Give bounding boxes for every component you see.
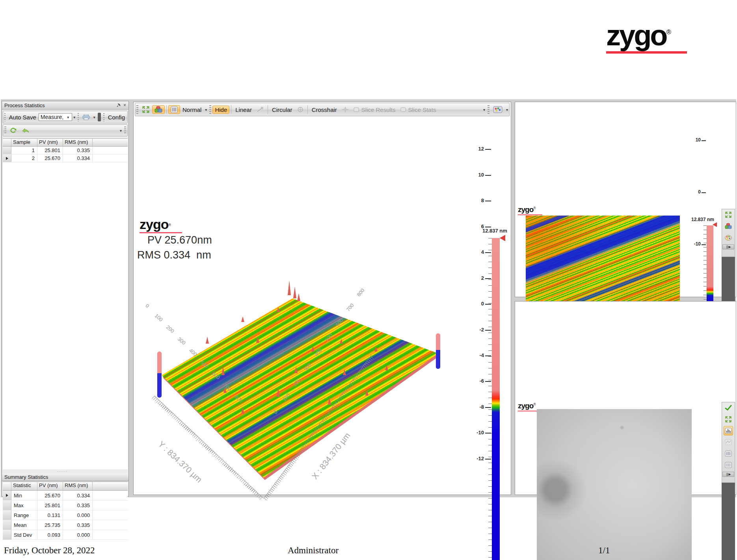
- map-colorbar-max-label: 12.837 nm: [691, 217, 714, 222]
- column-header[interactable]: Sample: [11, 139, 37, 146]
- column-header[interactable]: RMS (nm): [63, 482, 93, 490]
- process-table-header[interactable]: Sample PV (nm) RMS (nm): [3, 138, 128, 147]
- circular-slice-button[interactable]: Circular: [270, 106, 295, 114]
- accept-button[interactable]: [724, 403, 733, 413]
- collapse-strip-button[interactable]: ❙▶: [722, 244, 734, 249]
- slice-results-label: Slice Results: [361, 106, 396, 113]
- summary-table-header[interactable]: Statistic PV (nm) RMS (nm): [3, 482, 128, 491]
- close-icon[interactable]: ×: [123, 102, 126, 108]
- toolbar-grip[interactable]: [488, 105, 489, 114]
- colorbar-tick-label: 8: [468, 197, 484, 203]
- pin-icon[interactable]: [116, 103, 121, 108]
- table-row[interactable]: Mean25.7350.335: [3, 520, 128, 530]
- refresh-button[interactable]: [7, 127, 19, 134]
- process-statistics-titlebar[interactable]: Process Statistics ×: [2, 101, 128, 110]
- toolbar-overflow-icon[interactable]: ▾: [119, 128, 123, 133]
- colorbar-major-tick: [485, 330, 491, 331]
- config-button[interactable]: Config: [106, 113, 127, 121]
- row-selector[interactable]: [3, 154, 11, 162]
- colorbar-major-tick: [485, 227, 491, 227]
- fit-view-button[interactable]: [140, 105, 152, 114]
- hide-button[interactable]: Hide: [212, 106, 229, 114]
- colorbar-major-tick: [485, 149, 491, 150]
- table-row[interactable]: Max25.8010.335: [3, 500, 128, 510]
- row-selector[interactable]: [3, 520, 11, 530]
- table-row[interactable]: 225.6700.334: [3, 154, 128, 162]
- row-selector[interactable]: [3, 500, 11, 510]
- row-selector[interactable]: [3, 510, 11, 520]
- slice-stats-button[interactable]: Slice Stats: [398, 106, 439, 114]
- display-mode-select[interactable]: Normal: [180, 106, 204, 114]
- toolbar-overflow-icon[interactable]: ▾: [482, 108, 486, 112]
- measure-combo[interactable]: Measure, ▾: [39, 113, 72, 121]
- solid-view-button[interactable]: [152, 105, 165, 114]
- table-row[interactable]: Min25.6700.334: [3, 491, 128, 500]
- table-cell: Mean: [11, 520, 37, 530]
- columns-icon: [725, 462, 732, 468]
- table-cell: Std Dev: [11, 530, 37, 540]
- map-panel-tool-strip: ❙▶: [722, 209, 735, 257]
- chevron-down-icon[interactable]: ▾: [204, 108, 208, 112]
- colorbar-upper-limit-marker[interactable]: [500, 235, 505, 241]
- surface-spike: [340, 339, 343, 344]
- column-header[interactable]: PV (nm): [37, 139, 63, 146]
- collapse-strip-button[interactable]: ❙▶: [722, 472, 734, 477]
- toolbar-overflow-icon[interactable]: ▾: [72, 115, 76, 119]
- palette-button[interactable]: [491, 105, 505, 114]
- palette-options-icon[interactable]: ▾: [505, 108, 509, 112]
- recall-data-icon: [22, 128, 30, 133]
- histogram-view-button[interactable]: [724, 426, 733, 435]
- table-row[interactable]: Range0.1310.000: [3, 510, 128, 520]
- fit-view-button[interactable]: [724, 415, 733, 424]
- row-selector[interactable]: [3, 491, 11, 500]
- columns-view-button[interactable]: [168, 105, 180, 114]
- colorbar-major-tick: [485, 278, 491, 279]
- toolbar-grip[interactable]: [78, 113, 79, 121]
- column-header[interactable]: RMS (nm): [63, 139, 93, 146]
- map-colorbar-upper-marker[interactable]: [713, 222, 717, 227]
- table-row[interactable]: 125.8010.335: [3, 147, 128, 154]
- toolbar-grip[interactable]: [4, 127, 6, 134]
- column-header[interactable]: PV (nm): [37, 482, 63, 490]
- crosshair-slice-button[interactable]: Crosshair: [309, 106, 339, 114]
- linear-slice-button[interactable]: Linear: [233, 106, 254, 114]
- print-button[interactable]: [80, 113, 92, 121]
- registered-mark: ®: [666, 28, 672, 36]
- registered-mark: ®: [168, 223, 171, 227]
- fit-view-button[interactable]: [724, 210, 733, 220]
- table-row[interactable]: Std Dev0.0930.000: [3, 530, 128, 540]
- toolbar-grip[interactable]: [4, 113, 6, 121]
- toolbar-grip[interactable]: [124, 127, 126, 134]
- zygo-watermark-underline: [140, 232, 182, 233]
- table-cell: 0.000: [63, 530, 93, 540]
- profile-view-button[interactable]: [724, 437, 733, 447]
- row-selector[interactable]: [3, 530, 11, 540]
- slice-stats-icon: [400, 107, 407, 112]
- intensity-image[interactable]: [537, 409, 692, 560]
- column-header[interactable]: Statistic: [11, 482, 37, 490]
- colorbar-major-tick: [485, 407, 491, 408]
- toolbar-grip[interactable]: [136, 105, 138, 114]
- summary-statistics-titlebar[interactable]: Summary Statistics: [2, 473, 128, 481]
- colorbar-major-tick: [485, 252, 491, 253]
- process-table: Sample PV (nm) RMS (nm) 125.8010.335225.…: [3, 138, 128, 469]
- columns-view-button-2[interactable]: [724, 460, 733, 470]
- colorbar-major-tick: [485, 433, 491, 433]
- table-cell-filler: [93, 520, 128, 530]
- print-options-icon[interactable]: ▾: [92, 115, 97, 119]
- table-cell-filler: [93, 530, 128, 540]
- toolbar-grip[interactable]: [209, 105, 211, 114]
- slice-results-button[interactable]: Slice Results: [351, 106, 398, 114]
- colorbar-major-tick: [485, 459, 491, 460]
- solid-view-button[interactable]: [724, 221, 733, 231]
- auto-save-button[interactable]: Auto Save: [7, 113, 39, 121]
- toolbar-grip[interactable]: [103, 113, 104, 121]
- report-page: zygo® Process Statistics × Auto Save Mea…: [0, 0, 737, 560]
- palette-button[interactable]: [724, 233, 733, 242]
- columns-view-button[interactable]: [724, 449, 733, 458]
- recall-button[interactable]: [19, 127, 32, 134]
- pv-label: PV: [147, 234, 162, 246]
- row-selector[interactable]: [3, 147, 11, 154]
- colorbar-gradient[interactable]: [492, 238, 500, 560]
- colorbar-tick-label: 4: [468, 249, 484, 255]
